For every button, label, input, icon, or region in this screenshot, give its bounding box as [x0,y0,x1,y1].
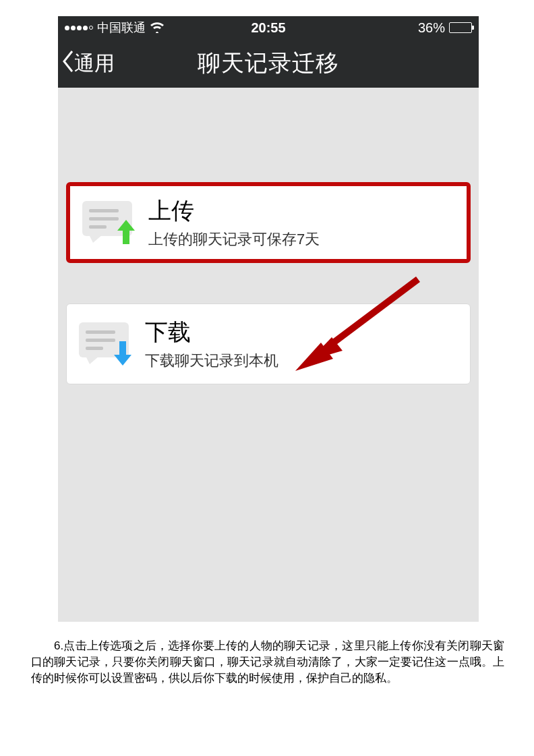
wifi-icon [150,22,165,33]
upload-title: 上传 [148,196,320,227]
download-subtitle: 下载聊天记录到本机 [145,351,278,371]
upload-option[interactable]: 上传 上传的聊天记录可保存7天 [66,182,471,263]
back-label: 通用 [74,50,115,78]
page-title: 聊天记录迁移 [198,48,339,79]
nav-bar: 通用 聊天记录迁移 [58,39,479,88]
upload-text: 上传 上传的聊天记录可保存7天 [148,196,320,250]
chat-upload-icon [82,201,135,244]
signal-strength-icon [65,26,93,30]
download-option[interactable]: 下载 下载聊天记录到本机 [66,303,471,384]
status-bar: 中国联通 20:55 36% [58,16,479,39]
chat-download-icon [79,322,131,366]
status-left: 中国联通 [65,20,251,36]
instruction-paragraph: 6.点击上传选项之后，选择你要上传的人物的聊天记录，这里只能上传你没有关闭聊天窗… [31,638,504,687]
download-arrow-icon [113,340,133,367]
upload-arrow-icon [116,219,136,245]
svg-marker-3 [117,220,135,244]
carrier-label: 中国联通 [97,20,146,36]
download-text: 下载 下载聊天记录到本机 [145,317,278,371]
download-title: 下载 [145,317,278,348]
content-area: 上传 上传的聊天记录可保存7天 下载 下载聊天记录到本机 [58,182,479,384]
battery-percent: 36% [418,20,445,36]
back-button[interactable]: 通用 [58,50,115,78]
upload-subtitle: 上传的聊天记录可保存7天 [148,229,320,250]
phone-screenshot: 中国联通 20:55 36% 通用 聊天记录迁移 [58,16,479,622]
svg-marker-4 [114,341,131,366]
status-right: 36% [286,20,472,36]
instruction-text: 6.点击上传选项之后，选择你要上传的人物的聊天记录，这里只能上传你没有关闭聊天窗… [31,639,504,685]
status-time: 20:55 [251,20,285,36]
battery-icon [449,22,472,33]
chevron-left-icon [62,50,74,78]
